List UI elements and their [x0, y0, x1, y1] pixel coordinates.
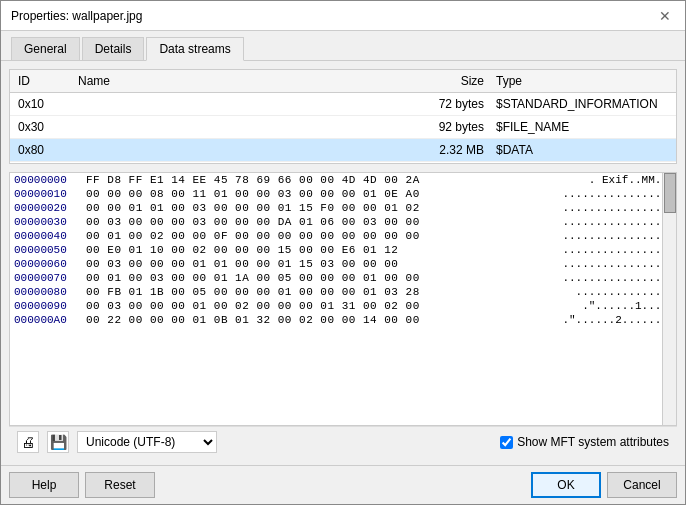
mft-checkbox-label[interactable]: Show MFT system attributes — [517, 435, 669, 449]
hex-addr: 00000050 — [14, 244, 86, 256]
row-type: $FILE_NAME — [492, 118, 672, 136]
table-header: ID Name Size Type — [10, 70, 676, 93]
hex-bytes: 00 03 00 00 00 01 01 00 00 01 15 03 00 0… — [86, 258, 542, 270]
print-button[interactable]: 🖨 — [17, 431, 39, 453]
title-bar: Properties: wallpaper.jpg ✕ — [1, 1, 685, 31]
tab-datastreams[interactable]: Data streams — [146, 37, 243, 61]
row-type: $STANDARD_INFORMATION — [492, 95, 672, 113]
hex-ascii: ................ — [542, 272, 672, 284]
tab-details[interactable]: Details — [82, 37, 145, 60]
hex-row: 0000006000 03 00 00 00 01 01 00 00 01 15… — [10, 257, 676, 271]
hex-ascii: ................ — [542, 216, 672, 228]
hex-bytes: 00 FB 01 1B 00 05 00 00 00 01 00 00 00 0… — [86, 286, 542, 298]
row-name — [74, 141, 274, 159]
footer: Help Reset OK Cancel — [1, 465, 685, 504]
hex-row: 0000008000 FB 01 1B 00 05 00 00 00 01 00… — [10, 285, 676, 299]
hex-row: 00000000FF D8 FF E1 14 EE 45 78 69 66 00… — [10, 173, 676, 187]
tab-general[interactable]: General — [11, 37, 80, 60]
row-size: 2.32 MB — [274, 141, 492, 159]
hex-ascii: ................ — [542, 244, 672, 256]
streams-table: ID Name Size Type 0x10 72 bytes $STANDAR… — [9, 69, 677, 164]
save-button[interactable]: 💾 — [47, 431, 69, 453]
footer-left: Help Reset — [9, 472, 155, 498]
hex-bytes: 00 E0 01 10 00 02 00 00 00 15 00 00 E6 0… — [86, 244, 542, 256]
row-id: 0x10 — [14, 95, 74, 113]
close-button[interactable]: ✕ — [655, 6, 675, 26]
row-name — [74, 118, 274, 136]
hex-row: 0000002000 00 01 01 00 03 00 00 00 01 15… — [10, 201, 676, 215]
hex-bytes: 00 03 00 00 00 03 00 00 00 DA 01 06 00 0… — [86, 216, 542, 228]
hex-row: 0000003000 03 00 00 00 03 00 00 00 DA 01… — [10, 215, 676, 229]
hex-addr: 00000070 — [14, 272, 86, 284]
hex-bytes: 00 01 00 03 00 00 01 1A 00 05 00 00 00 0… — [86, 272, 542, 284]
hex-addr: 00000030 — [14, 216, 86, 228]
col-id: ID — [14, 72, 74, 90]
hex-bytes: 00 01 00 02 00 00 0F 00 00 00 00 00 00 0… — [86, 230, 542, 242]
bottom-controls: 🖨 💾 Unicode (UTF-8) ASCII UTF-16 Latin-1… — [9, 426, 677, 457]
hex-bytes: FF D8 FF E1 14 EE 45 78 69 66 00 00 4D 4… — [86, 174, 542, 186]
hex-bytes: 00 00 00 08 00 11 01 00 00 03 00 00 00 0… — [86, 188, 542, 200]
help-button[interactable]: Help — [9, 472, 79, 498]
row-type: $DATA — [492, 141, 672, 159]
cancel-button[interactable]: Cancel — [607, 472, 677, 498]
hex-ascii: ."......2....... — [542, 314, 672, 326]
content-area: ID Name Size Type 0x10 72 bytes $STANDAR… — [1, 61, 685, 465]
hex-ascii: . Exif..MM.* — [542, 174, 672, 186]
row-size: 92 bytes — [274, 118, 492, 136]
hex-addr: 00000020 — [14, 202, 86, 214]
hex-ascii: ................ — [542, 188, 672, 200]
col-type: Type — [492, 72, 672, 90]
ok-button[interactable]: OK — [531, 472, 601, 498]
hex-row: 0000005000 E0 01 10 00 02 00 00 00 15 00… — [10, 243, 676, 257]
table-row[interactable]: 0x30 92 bytes $FILE_NAME — [10, 116, 676, 139]
hex-row: 0000009000 03 00 00 00 01 00 02 00 00 00… — [10, 299, 676, 313]
hex-addr: 00000010 — [14, 188, 86, 200]
hex-bytes: 00 03 00 00 00 01 00 02 00 00 00 01 31 0… — [86, 300, 542, 312]
save-icon: 💾 — [50, 434, 67, 450]
col-name: Name — [74, 72, 274, 90]
hex-ascii: ................ — [542, 202, 672, 214]
reset-button[interactable]: Reset — [85, 472, 155, 498]
hex-addr: 00000080 — [14, 286, 86, 298]
hex-view[interactable]: 00000000FF D8 FF E1 14 EE 45 78 69 66 00… — [9, 172, 677, 426]
hex-addr: 00000040 — [14, 230, 86, 242]
hex-ascii: ."......1.... — [542, 300, 672, 312]
row-id: 0x30 — [14, 118, 74, 136]
table-row-selected[interactable]: 0x80 2.32 MB $DATA — [10, 139, 676, 162]
hex-row: 0000001000 00 00 08 00 11 01 00 00 03 00… — [10, 187, 676, 201]
print-icon: 🖨 — [21, 434, 35, 450]
hex-row: 0000007000 01 00 03 00 00 01 1A 00 05 00… — [10, 271, 676, 285]
hex-row: 000000A000 22 00 00 00 01 0B 01 32 00 02… — [10, 313, 676, 327]
dialog-window: Properties: wallpaper.jpg ✕ General Deta… — [0, 0, 686, 505]
row-size: 72 bytes — [274, 95, 492, 113]
row-id: 0x80 — [14, 141, 74, 159]
hex-row: 0000004000 01 00 02 00 00 0F 00 00 00 00… — [10, 229, 676, 243]
hex-ascii: ................ — [542, 230, 672, 242]
mft-checkbox-container: Show MFT system attributes — [500, 435, 669, 449]
footer-right: OK Cancel — [531, 472, 677, 498]
encoding-select[interactable]: Unicode (UTF-8) ASCII UTF-16 Latin-1 — [77, 431, 217, 453]
row-name — [74, 95, 274, 113]
tab-bar: General Details Data streams — [1, 31, 685, 61]
window-title: Properties: wallpaper.jpg — [11, 9, 142, 23]
hex-ascii: ................ — [542, 258, 672, 270]
table-row[interactable]: 0x10 72 bytes $STANDARD_INFORMATION — [10, 93, 676, 116]
col-size: Size — [274, 72, 492, 90]
hex-bytes: 00 22 00 00 00 01 0B 01 32 00 02 00 00 1… — [86, 314, 542, 326]
scrollbar-thumb[interactable] — [664, 173, 676, 213]
hex-addr: 00000000 — [14, 174, 86, 186]
scrollbar-track[interactable] — [662, 173, 676, 425]
hex-addr: 00000060 — [14, 258, 86, 270]
hex-ascii: .............( — [542, 286, 672, 298]
hex-bytes: 00 00 01 01 00 03 00 00 00 01 15 F0 00 0… — [86, 202, 542, 214]
hex-addr: 00000090 — [14, 300, 86, 312]
hex-addr: 000000A0 — [14, 314, 86, 326]
mft-checkbox[interactable] — [500, 436, 513, 449]
